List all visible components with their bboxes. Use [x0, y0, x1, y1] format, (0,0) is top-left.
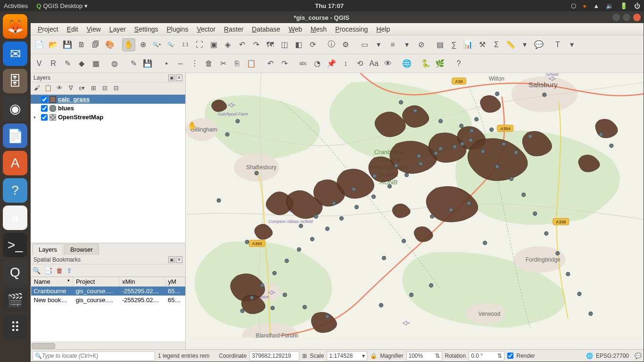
- move-feature-button[interactable]: ↔: [174, 57, 187, 70]
- zoom-native-button[interactable]: 1:1: [179, 38, 192, 51]
- label-diag-button[interactable]: ◔: [311, 57, 324, 70]
- messages-icon[interactable]: 💬: [635, 353, 642, 359]
- label-show-button[interactable]: 👁: [381, 57, 395, 70]
- map-canvas[interactable]: A30 A354 A350 A338 Salisbury Wilton Gill…: [186, 73, 644, 349]
- menu-plugins[interactable]: Plugins: [162, 24, 192, 34]
- grass-button[interactable]: 🌿: [433, 57, 446, 70]
- locator-bar[interactable]: 🔍: [33, 351, 155, 361]
- launcher-files[interactable]: 🗄: [3, 69, 27, 93]
- tab-browser[interactable]: Browser: [64, 244, 99, 255]
- select-by-value-button[interactable]: ≡: [386, 38, 399, 51]
- volume-icon[interactable]: 🔉: [606, 2, 613, 9]
- layer-blues[interactable]: blues: [31, 104, 185, 113]
- label-tool-button[interactable]: abc: [297, 57, 310, 70]
- crs-icon[interactable]: 🌐: [586, 353, 593, 359]
- clock[interactable]: Thu 17:07: [88, 2, 571, 9]
- menu-help[interactable]: Help: [372, 24, 394, 34]
- crs-label[interactable]: EPSG:27700: [596, 353, 629, 359]
- locator-input[interactable]: [42, 353, 153, 359]
- delete-bookmark-icon[interactable]: 🗑: [56, 267, 63, 274]
- launcher-help[interactable]: ?: [3, 178, 27, 203]
- new-map-view-button[interactable]: 🗺: [264, 38, 277, 51]
- system-tray[interactable]: ⬡ ● ▲ 🔉 🔋 ⏻: [571, 2, 640, 9]
- layout-manager-button[interactable]: 🗐: [89, 38, 102, 51]
- toolbox-button[interactable]: ⚒: [476, 38, 489, 51]
- bm-col-xMin[interactable]: xMin: [119, 277, 165, 287]
- label-pin-button[interactable]: 📌: [325, 57, 338, 70]
- new-project-button[interactable]: 📄: [33, 38, 46, 51]
- action-button[interactable]: ⚙: [339, 38, 352, 51]
- new-3d-view-button[interactable]: ◫: [278, 38, 291, 51]
- zoom-full-button[interactable]: ⛶: [193, 38, 206, 51]
- bookmark-row[interactable]: New book…gis_course.…-255295.02…65…: [31, 296, 185, 304]
- redo-button[interactable]: ↷: [278, 57, 291, 70]
- menu-mesh[interactable]: Mesh: [306, 24, 331, 34]
- launcher-video[interactable]: 🎬: [3, 288, 27, 312]
- dd-button[interactable]: ▾: [518, 38, 531, 51]
- zoom-next-button[interactable]: ↷: [249, 38, 263, 51]
- label-move-button[interactable]: ↕: [339, 57, 352, 70]
- filter-legend-icon[interactable]: ∇: [66, 84, 75, 93]
- bookmarks-hscroll[interactable]: [31, 342, 185, 349]
- app-indicator[interactable]: Q QGIS Desktop ▾: [36, 2, 88, 9]
- zoom-out-button[interactable]: 🔍-: [165, 38, 178, 51]
- bm-col-yM[interactable]: yM: [165, 277, 185, 287]
- layer-visibility-checkbox[interactable]: [41, 114, 48, 121]
- open-attr-table-button[interactable]: ▤: [433, 38, 446, 51]
- menu-processing[interactable]: Processing: [331, 24, 372, 34]
- power-icon[interactable]: ⏻: [634, 2, 640, 9]
- dd-button[interactable]: ▾: [400, 38, 413, 51]
- menu-layer[interactable]: Layer: [105, 24, 130, 34]
- lock-icon[interactable]: 🔒: [370, 353, 377, 359]
- close-bookmarks-icon[interactable]: ✕: [176, 256, 182, 263]
- osm-download-button[interactable]: 🌐: [400, 57, 413, 70]
- stats-button[interactable]: 📊: [462, 38, 475, 51]
- layer-visibility-checkbox[interactable]: [41, 105, 48, 112]
- menu-raster[interactable]: Raster: [220, 24, 248, 34]
- launcher-thunderbird[interactable]: ✉: [3, 41, 27, 66]
- manage-visibility-icon[interactable]: 👁: [55, 84, 64, 93]
- bookmarks-table[interactable]: Name▾ProjectxMinyMCranbournegis_course.……: [31, 277, 185, 342]
- map-tips-button[interactable]: 💬: [532, 38, 545, 51]
- undock-icon[interactable]: ▣: [168, 74, 175, 81]
- layer-visibility-checkbox[interactable]: [41, 96, 48, 103]
- collapse-all-icon[interactable]: ⊟: [100, 84, 109, 93]
- deselect-button[interactable]: ⊘: [414, 38, 428, 51]
- identify-button[interactable]: ⓘ: [325, 38, 338, 51]
- bm-col-Name[interactable]: Name▾: [31, 277, 73, 287]
- extents-icon[interactable]: ⊞: [302, 353, 307, 359]
- add-vector-button[interactable]: V: [33, 57, 46, 70]
- close-panel-icon[interactable]: ✕: [176, 74, 182, 81]
- new-shp-button[interactable]: ✎: [61, 57, 74, 70]
- menu-settings[interactable]: Settings: [130, 24, 163, 34]
- zoom-selection-button[interactable]: ▣: [207, 38, 220, 51]
- add-raster-button[interactable]: R: [47, 57, 60, 70]
- new-print-layout-button[interactable]: 🗎: [75, 38, 88, 51]
- layers-panel-title[interactable]: Layers ▣ ✕: [31, 73, 185, 82]
- close-button[interactable]: [633, 14, 641, 21]
- activities-button[interactable]: Activities: [4, 2, 28, 9]
- wifi-icon[interactable]: ▲: [593, 2, 599, 9]
- dropbox-icon[interactable]: ⬡: [571, 2, 576, 9]
- python-button[interactable]: 🐍: [419, 57, 432, 70]
- maximize-button[interactable]: [623, 14, 630, 21]
- bm-col-Project[interactable]: Project: [73, 277, 119, 287]
- minimize-button[interactable]: [612, 14, 620, 21]
- pan-sel-button[interactable]: ◧: [292, 38, 305, 51]
- share-bookmark-icon[interactable]: ⇪: [66, 267, 72, 274]
- refresh-button[interactable]: ⟳: [306, 38, 319, 51]
- field-calc-button[interactable]: ∑: [447, 38, 461, 51]
- dd-button[interactable]: ▾: [565, 38, 578, 51]
- sum-button[interactable]: Σ: [490, 38, 503, 51]
- launcher-qgis[interactable]: Q: [3, 260, 27, 285]
- zoom-bookmark-icon[interactable]: 🔍: [33, 267, 41, 274]
- delete-button[interactable]: 🗑: [202, 57, 215, 70]
- launcher-media[interactable]: ◉: [3, 96, 27, 121]
- menu-edit[interactable]: Edit: [63, 24, 83, 34]
- dd-button[interactable]: ▾: [372, 38, 385, 51]
- titlebar[interactable]: *gis_course - QGIS: [31, 12, 644, 23]
- cut-button[interactable]: ✂: [216, 57, 230, 70]
- bookmarks-title[interactable]: Spatial Bookmarks ▣ ✕: [31, 255, 185, 264]
- style-manager-button[interactable]: 🎨: [103, 38, 116, 51]
- render-checkbox[interactable]: [507, 353, 513, 359]
